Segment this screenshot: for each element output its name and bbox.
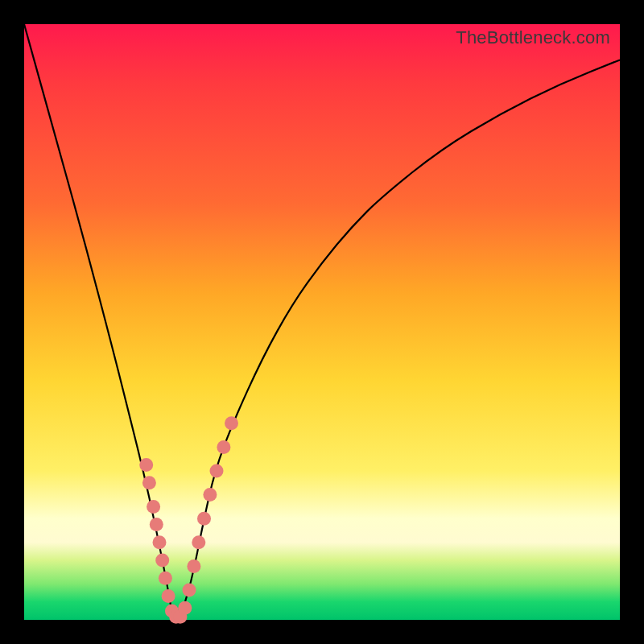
bead-point bbox=[203, 488, 217, 502]
bead-point bbox=[147, 500, 160, 514]
bead-point bbox=[139, 458, 153, 472]
bead-group bbox=[139, 416, 238, 624]
bottleneck-curve bbox=[24, 24, 620, 620]
bead-point bbox=[183, 584, 196, 597]
bottleneck-chart-svg bbox=[24, 24, 620, 620]
bead-point bbox=[159, 572, 172, 585]
bead-point bbox=[142, 476, 156, 489]
bead-point bbox=[187, 559, 200, 573]
bead-point bbox=[192, 535, 205, 549]
bead-point bbox=[217, 440, 230, 454]
bead-point bbox=[197, 512, 211, 526]
bead-point bbox=[162, 589, 175, 603]
bead-point bbox=[225, 416, 238, 430]
outer-frame: TheBottleneck.com bbox=[0, 0, 644, 644]
bead-point bbox=[178, 601, 192, 615]
bead-point bbox=[155, 554, 169, 568]
bead-point bbox=[153, 535, 167, 549]
bead-point bbox=[210, 464, 224, 478]
plot-area: TheBottleneck.com bbox=[24, 24, 620, 620]
bead-point bbox=[150, 518, 163, 531]
